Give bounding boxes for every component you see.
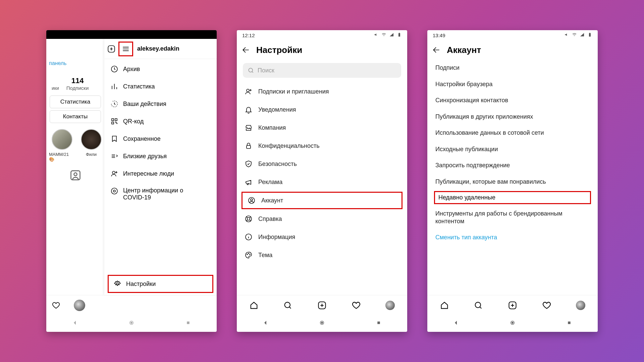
menu-item-saved[interactable]: Сохраненное [104, 130, 217, 147]
stats-cut: ики [52, 85, 59, 91]
person-add-icon [244, 87, 253, 96]
nav-home-icon[interactable] [128, 320, 135, 327]
story-item[interactable]: Фили [81, 129, 102, 162]
menu-item-archive[interactable]: Архив [104, 60, 217, 78]
svg-point-22 [247, 218, 250, 220]
tagged-tab-icon[interactable] [69, 169, 82, 181]
nav-recent-icon[interactable] [566, 320, 572, 327]
search-placeholder: Поиск [258, 67, 274, 74]
svg-rect-0 [71, 171, 80, 180]
acct-item-liked-posts[interactable]: Публикации, которые вам понравились [430, 174, 595, 190]
acct-item-contacts-sync[interactable]: Синхронизация контактов [430, 92, 595, 109]
story-item[interactable]: MAMM/21 🎨 [49, 129, 75, 162]
menu-label: QR-код [123, 118, 144, 125]
hamburger-icon[interactable] [121, 45, 130, 53]
svg-point-9 [113, 190, 115, 192]
item-privacy[interactable]: Конфиденциальность [239, 137, 405, 155]
menu-label: Центр информации о COVID-19 [123, 187, 183, 201]
home-icon[interactable] [440, 301, 449, 310]
status-bar: 12:12 [237, 30, 407, 40]
heart-icon[interactable] [352, 301, 361, 310]
search-input[interactable]: Поиск [243, 63, 401, 78]
android-nav-bar [427, 315, 598, 332]
item-theme[interactable]: Тема [239, 246, 405, 264]
hamburger-menu-highlight[interactable] [118, 42, 133, 56]
story-highlights: MAMM/21 🎨 Фили [46, 123, 104, 163]
avatar[interactable] [385, 301, 395, 310]
settings-button-highlight[interactable]: Настройки [108, 275, 213, 293]
vol-icon [564, 32, 569, 38]
avatar[interactable] [576, 301, 585, 310]
menu-item-discover-people[interactable]: Интересные люди [104, 165, 217, 182]
acct-item-share-other-apps[interactable]: Публикация в других приложениях [430, 109, 595, 125]
svg-rect-6 [112, 122, 114, 124]
item-help[interactable]: Справка [239, 210, 405, 228]
wifi-icon [381, 32, 386, 38]
acct-item-captions[interactable]: Подписи [430, 60, 595, 76]
item-account-highlight[interactable]: Аккаунт [241, 192, 402, 209]
menu-label: Интересные люди [123, 170, 174, 177]
item-security[interactable]: Безопасность [239, 155, 405, 173]
item-label: Тема [258, 252, 272, 259]
profile-left-column: панель ики 114 Подписки Статистика Конта… [46, 39, 104, 295]
svg-point-16 [249, 68, 253, 72]
acct-item-recently-deleted-highlight[interactable]: Недавно удаленные [434, 191, 591, 204]
statistics-button[interactable]: Статистика [50, 96, 101, 108]
acct-item-switch-type[interactable]: Сменить тип аккаунта [430, 229, 595, 246]
acct-item-request-verification[interactable]: Запросить подтверждение [430, 157, 595, 174]
bell-icon [244, 105, 253, 114]
account-list: Подписи Настройки браузера Синхронизация… [427, 60, 598, 295]
menu-item-covid[interactable]: Центр информации о COVID-19 [104, 182, 217, 206]
nav-back-icon[interactable] [453, 320, 459, 327]
item-notifications[interactable]: Уведомления [239, 101, 405, 119]
new-post-nav-icon[interactable] [317, 301, 327, 310]
nav-home-icon[interactable] [319, 320, 325, 327]
item-ads[interactable]: Реклама [239, 173, 405, 191]
home-icon[interactable] [249, 301, 259, 310]
panel-tab[interactable]: панель [46, 59, 104, 68]
nav-back-icon[interactable] [262, 320, 268, 327]
nav-back-icon[interactable] [72, 320, 78, 327]
back-arrow-icon[interactable] [241, 46, 250, 54]
menu-label: Архив [123, 66, 140, 73]
status-time: 12:12 [242, 33, 374, 38]
back-arrow-icon[interactable] [432, 46, 441, 54]
svg-rect-38 [568, 321, 571, 324]
heart-icon[interactable] [542, 301, 551, 310]
search-icon[interactable] [283, 301, 292, 310]
menu-item-qr[interactable]: QR-код [104, 113, 217, 130]
wifi-icon [572, 32, 577, 38]
signal-icon [389, 32, 394, 38]
subscriptions-count: 114 [66, 76, 89, 85]
svg-point-24 [247, 254, 248, 255]
acct-item-browser[interactable]: Настройки браузера [430, 76, 595, 93]
search-icon[interactable] [474, 301, 483, 310]
menu-item-stats[interactable]: Статистика [104, 78, 217, 95]
heart-icon[interactable] [52, 301, 60, 310]
new-post-icon[interactable] [107, 45, 116, 53]
bottom-nav [427, 295, 598, 315]
nav-home-icon[interactable] [509, 320, 516, 327]
acct-item-original-posts[interactable]: Исходные публикации [430, 141, 595, 158]
page-title: Аккаунт [447, 45, 481, 55]
menu-item-activity[interactable]: Ваши действия [104, 95, 217, 113]
item-follow-invite[interactable]: Подписки и приглашения [239, 82, 405, 101]
megaphone-icon [244, 178, 253, 186]
new-post-nav-icon[interactable] [508, 301, 517, 310]
contacts-button[interactable]: Контакты [50, 110, 101, 123]
svg-point-8 [111, 188, 117, 194]
nav-recent-icon[interactable] [376, 320, 382, 327]
acct-item-data-usage[interactable]: Использование данных в сотовой сети [430, 125, 595, 141]
avatar[interactable] [74, 300, 85, 311]
acct-item-branded-content[interactable]: Инструменты для работы с брендированным … [430, 205, 595, 229]
item-label: Уведомления [258, 106, 296, 113]
subscriptions-label[interactable]: Подписки [66, 85, 89, 91]
menu-item-close-friends[interactable]: Близкие друзья [104, 147, 217, 165]
item-info[interactable]: Информация [239, 228, 405, 246]
battery-icon [397, 32, 402, 38]
nav-recent-icon[interactable] [185, 320, 191, 327]
battery-icon [587, 32, 592, 38]
page-title: Настройки [256, 45, 302, 55]
item-company[interactable]: Компания [239, 119, 405, 137]
svg-rect-5 [115, 119, 117, 121]
